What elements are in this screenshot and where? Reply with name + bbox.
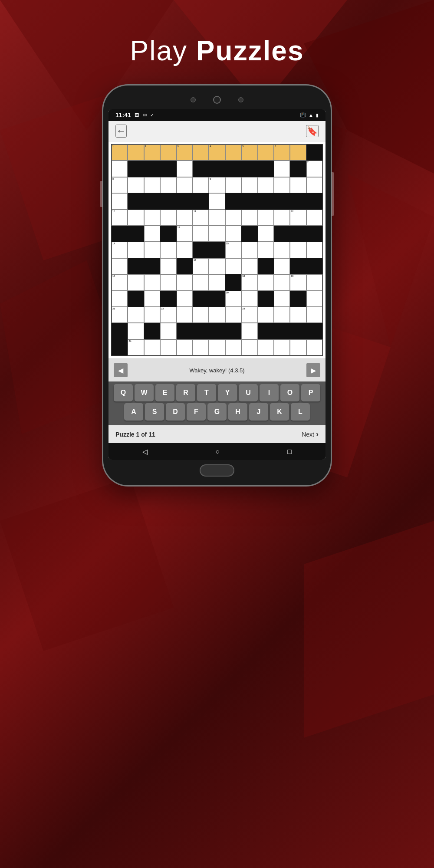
crossword-cell[interactable] (274, 210, 290, 226)
key-l[interactable]: L (291, 403, 310, 421)
key-f[interactable]: F (187, 403, 206, 421)
crossword-cell[interactable] (177, 177, 193, 193)
crossword-cell[interactable]: 20 (225, 291, 241, 307)
crossword-cell[interactable] (290, 177, 306, 193)
crossword-cell[interactable] (306, 307, 322, 323)
crossword-cell[interactable] (274, 161, 290, 177)
crossword-grid[interactable]: 123456789101112131415161718192021222324 (111, 144, 323, 356)
nav-recents-icon[interactable]: □ (287, 448, 292, 456)
crossword-cell[interactable] (209, 307, 225, 323)
crossword-cell[interactable] (128, 274, 144, 290)
crossword-cell[interactable] (160, 145, 176, 161)
crossword-cell[interactable] (160, 339, 176, 355)
crossword-cell[interactable] (209, 274, 225, 290)
crossword-cell[interactable] (128, 177, 144, 193)
crossword-cell[interactable] (177, 242, 193, 258)
crossword-cell[interactable] (177, 291, 193, 307)
crossword-cell[interactable] (144, 274, 160, 290)
crossword-cell[interactable]: 9 (209, 177, 225, 193)
crossword-cell[interactable]: 12 (290, 210, 306, 226)
key-k[interactable]: K (270, 403, 289, 421)
crossword-cell[interactable] (241, 210, 257, 226)
key-a[interactable]: A (124, 403, 143, 421)
crossword-cell[interactable]: 23 (241, 307, 257, 323)
crossword-cell[interactable] (144, 242, 160, 258)
crossword-cell[interactable]: 13 (177, 226, 193, 242)
crossword-cell[interactable] (290, 145, 306, 161)
bookmark-button[interactable]: 🔖 (306, 125, 319, 137)
crossword-cell[interactable] (177, 161, 193, 177)
crossword-cell[interactable] (306, 274, 322, 290)
crossword-cell[interactable] (258, 226, 274, 242)
crossword-cell[interactable]: 1 (112, 145, 128, 161)
key-y[interactable]: Y (218, 384, 237, 401)
crossword-cell[interactable] (258, 145, 274, 161)
crossword-cell[interactable] (193, 226, 209, 242)
crossword-cell[interactable] (193, 177, 209, 193)
crossword-cell[interactable] (144, 226, 160, 242)
next-button[interactable]: Next › (302, 430, 319, 439)
nav-home-icon[interactable]: ○ (215, 448, 220, 456)
crossword-cell[interactable]: 15 (225, 242, 241, 258)
crossword-cell[interactable] (225, 210, 241, 226)
crossword-cell[interactable] (258, 274, 274, 290)
key-w[interactable]: W (135, 384, 154, 401)
crossword-cell[interactable] (274, 258, 290, 274)
crossword-cell[interactable] (306, 210, 322, 226)
crossword-cell[interactable]: 24 (128, 339, 144, 355)
key-g[interactable]: G (207, 403, 227, 421)
crossword-cell[interactable] (177, 339, 193, 355)
crossword-cell[interactable] (241, 242, 257, 258)
crossword-cell[interactable] (193, 274, 209, 290)
key-d[interactable]: D (166, 403, 185, 421)
crossword-cell[interactable] (306, 177, 322, 193)
crossword-cell[interactable]: 19 (290, 274, 306, 290)
crossword-cell[interactable] (144, 307, 160, 323)
crossword-cell[interactable] (241, 323, 257, 339)
crossword-cell[interactable]: 4 (209, 145, 225, 161)
crossword-cell[interactable]: 11 (193, 210, 209, 226)
crossword-cell[interactable] (160, 323, 176, 339)
crossword-cell[interactable] (128, 307, 144, 323)
crossword-cell[interactable]: 8 (112, 177, 128, 193)
crossword-cell[interactable] (225, 339, 241, 355)
crossword-cell[interactable]: 22 (160, 307, 176, 323)
crossword-cell[interactable] (144, 291, 160, 307)
crossword-cell[interactable] (258, 242, 274, 258)
key-t[interactable]: T (197, 384, 216, 401)
crossword-cell[interactable] (177, 274, 193, 290)
crossword-cell[interactable] (241, 177, 257, 193)
crossword-cell[interactable]: 6 (274, 145, 290, 161)
crossword-cell[interactable] (193, 307, 209, 323)
home-button[interactable] (200, 464, 234, 477)
nav-back-icon[interactable]: ◁ (142, 447, 148, 456)
crossword-cell[interactable] (112, 161, 128, 177)
crossword-cell[interactable]: 21 (112, 307, 128, 323)
key-e[interactable]: E (155, 384, 174, 401)
crossword-cell[interactable] (193, 145, 209, 161)
crossword-cell[interactable] (112, 291, 128, 307)
key-u[interactable]: U (239, 384, 258, 401)
crossword-cell[interactable] (258, 177, 274, 193)
crossword-cell[interactable] (225, 145, 241, 161)
key-i[interactable]: I (260, 384, 279, 401)
key-q[interactable]: Q (114, 384, 133, 401)
crossword-cell[interactable] (144, 177, 160, 193)
crossword-cell[interactable] (209, 339, 225, 355)
crossword-cell[interactable] (209, 210, 225, 226)
crossword-cell[interactable] (193, 339, 209, 355)
crossword-cell[interactable] (241, 291, 257, 307)
crossword-cell[interactable] (144, 339, 160, 355)
crossword-cell[interactable] (274, 291, 290, 307)
crossword-cell[interactable] (209, 258, 225, 274)
crossword-cell[interactable]: 16 (193, 258, 209, 274)
crossword-cell[interactable] (209, 226, 225, 242)
crossword-cell[interactable] (225, 226, 241, 242)
crossword-cell[interactable] (160, 210, 176, 226)
crossword-cell[interactable] (306, 242, 322, 258)
key-h[interactable]: H (228, 403, 247, 421)
crossword-cell[interactable] (258, 339, 274, 355)
crossword-cell[interactable] (128, 145, 144, 161)
prev-clue-button[interactable]: ◀ (114, 363, 128, 377)
crossword-cell[interactable] (209, 193, 225, 209)
